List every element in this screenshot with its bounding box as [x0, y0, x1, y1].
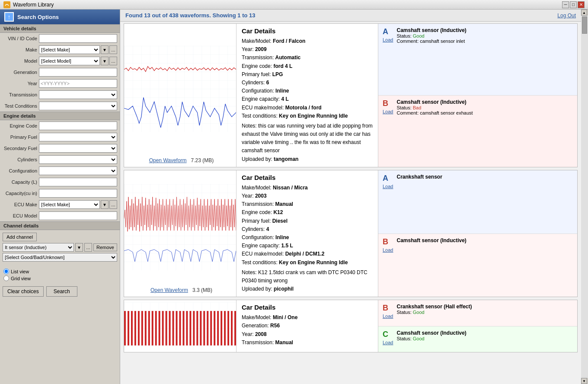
cylinders-select[interactable] — [39, 155, 117, 164]
load-link-2a[interactable]: Load — [383, 184, 393, 189]
ecu-model-label: ECU Model — [3, 213, 37, 218]
car-transmission-2: Transmission: Manual — [242, 200, 373, 208]
svg-rect-11 — [148, 311, 150, 346]
svg-rect-15 — [162, 311, 164, 346]
sensor-entry-3b: B Load Crankshaft sensor (Hall effect) S… — [378, 300, 577, 326]
make-label: Make — [3, 47, 37, 52]
vin-input[interactable] — [39, 34, 117, 43]
svg-rect-5 — [128, 311, 129, 346]
model-dropdown-btn[interactable]: ▼ — [101, 57, 109, 65]
configuration-select[interactable] — [39, 166, 117, 175]
primary-fuel-select[interactable] — [39, 133, 117, 141]
clear-choices-button[interactable]: Clear choices — [3, 286, 44, 297]
ecu-make-extra-btn[interactable]: … — [109, 200, 117, 209]
svg-rect-32 — [220, 311, 222, 346]
search-button[interactable]: Search — [46, 286, 77, 297]
ecu-make-dropdown-btn[interactable]: ▼ — [101, 200, 109, 209]
load-link-3b[interactable]: Load — [383, 314, 393, 319]
waveform-thumbnail-2: Open Waveform 3.3 (MB) — [124, 170, 236, 297]
svg-rect-35 — [231, 311, 233, 346]
sensor-entry-3c: C Load Camshaft sensor (Inductive) Statu… — [378, 326, 577, 352]
grid-view-radio[interactable] — [3, 275, 9, 281]
grid-view-row: Grid view — [3, 275, 116, 281]
make-control: [Select Make] ▼ … — [39, 45, 117, 54]
sensor-letter-2a: A — [383, 174, 388, 182]
open-waveform-link-1[interactable]: Open Waveform — [147, 156, 189, 165]
scrollbar: ▲ ▼ — [581, 10, 588, 384]
car-make-model-2: Make/Model: Nissan / Micra — [242, 184, 373, 192]
car-notes-2: Notes: K12 1.5tdci crank vs cam with DTC… — [242, 269, 373, 285]
make-dropdown-btn[interactable]: ▼ — [101, 45, 109, 54]
list-view-label: List view — [11, 269, 29, 274]
channel-dropdown-btn[interactable]: ▼ — [75, 243, 83, 252]
make-row: Make [Select Make] ▼ … — [0, 44, 120, 55]
car-test-conditions-1: Test conditions: Key on Engine Running I… — [242, 112, 373, 120]
list-view-radio[interactable] — [3, 269, 9, 274]
restore-button[interactable]: □ — [570, 1, 577, 8]
ecu-make-select[interactable]: [Select Make] — [39, 200, 100, 209]
make-extra-btn[interactable]: … — [109, 45, 117, 54]
primary-fuel-label: Primary Fuel — [3, 134, 37, 140]
load-link-3c[interactable]: Load — [383, 340, 393, 345]
channel-extra-btn[interactable]: … — [84, 243, 92, 252]
sensor-entry-2b: B Load Camshaft sensor (Inductive) — [378, 234, 577, 297]
scrollbar-track[interactable] — [581, 16, 588, 378]
ecu-model-input[interactable] — [39, 211, 117, 220]
ecu-make-label: ECU Make — [3, 202, 37, 207]
load-link-2b[interactable]: Load — [383, 247, 393, 253]
add-channel-button[interactable]: Add channel — [3, 233, 37, 241]
sensor-name-3c: Camshaft sensor (Inductive) — [396, 330, 573, 336]
waveform-thumbnail-3 — [124, 300, 236, 352]
car-ecu-make-model-2: ECU make/model: Delphi / DCM1.2 — [242, 250, 373, 258]
capacity-cu-in-label: Capacity(cu in) — [3, 191, 37, 196]
svg-rect-24 — [193, 311, 195, 346]
scrollbar-thumb[interactable] — [582, 16, 587, 34]
logout-link[interactable]: Log Out — [557, 13, 576, 19]
pin-icon: ↑ — [4, 12, 14, 22]
make-select[interactable]: [Select Make] — [39, 45, 100, 54]
capacity-cu-in-input[interactable] — [39, 189, 117, 198]
sidebar-header: ↑ Search Options — [0, 10, 120, 24]
car-ecu-make-model-1: ECU make/model: Motorola / ford — [242, 104, 373, 112]
svg-rect-16 — [166, 311, 167, 346]
engine-code-input[interactable] — [39, 122, 117, 130]
primary-fuel-row: Primary Fuel — [0, 131, 120, 143]
waveform-card-1: Open Waveform 7.23 (MB) Car Details Make… — [124, 23, 578, 167]
remove-channel-button[interactable]: Remove — [93, 243, 117, 251]
year-row: Year — [0, 78, 120, 89]
car-uploaded-by-1: Uploaded by: tangoman — [242, 155, 373, 163]
capacity-l-input[interactable] — [39, 178, 117, 186]
generation-label: Generation — [3, 70, 37, 75]
model-select[interactable]: [Select Model] — [39, 57, 100, 65]
close-button[interactable]: ✕ — [578, 1, 585, 8]
open-waveform-row-1: Open Waveform 7.23 (MB) — [144, 154, 217, 167]
window-controls[interactable]: ─ □ ✕ — [562, 1, 585, 8]
bottom-buttons: Clear choices Search — [0, 284, 120, 299]
model-extra-btn[interactable]: … — [109, 57, 117, 65]
svg-rect-12 — [152, 311, 153, 346]
good-bad-unknown-select[interactable]: [Select Good/Bad/Unknown] — [3, 253, 117, 262]
sensor-panel-2: A Load Crankshaft sensor B L — [378, 170, 577, 297]
load-link-1a[interactable]: Load — [383, 37, 393, 42]
svg-rect-21 — [182, 311, 184, 346]
sensor-name-2a: Crankshaft sensor — [396, 174, 573, 180]
sensor-status-1a: Status: Good — [396, 33, 573, 38]
open-waveform-link-2[interactable]: Open Waveform — [148, 285, 191, 295]
test-conditions-select[interactable] — [39, 102, 117, 110]
minimize-button[interactable]: ─ — [562, 1, 569, 8]
waveform-chart-1 — [124, 24, 236, 154]
scrollbar-down-arrow[interactable]: ▼ — [581, 378, 587, 384]
channel-type-select[interactable]: It sensor (Inductive) — [3, 243, 74, 252]
model-row: Model [Select Model] ▼ … — [0, 55, 120, 67]
sensor-letter-3c: C — [383, 330, 388, 339]
sensor-status-3b: Status: Good — [396, 310, 573, 315]
load-link-1b[interactable]: Load — [383, 109, 393, 114]
year-input[interactable] — [39, 79, 117, 88]
scrollbar-up-arrow[interactable]: ▲ — [581, 10, 587, 16]
open-waveform-row-2: Open Waveform 3.3 (MB) — [145, 284, 215, 297]
generation-input[interactable] — [39, 68, 117, 77]
channel-details-section: Channel details — [0, 221, 120, 230]
transmission-select[interactable] — [39, 90, 117, 99]
svg-rect-7 — [134, 311, 136, 346]
secondary-fuel-select[interactable] — [39, 144, 117, 153]
